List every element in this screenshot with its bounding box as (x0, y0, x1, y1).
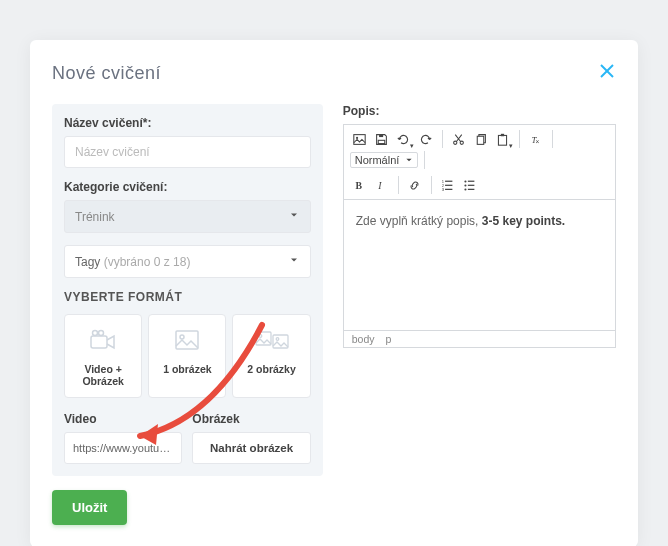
svg-rect-11 (354, 134, 365, 144)
media-row: Video Obrázek Nahrát obrázek (64, 412, 311, 464)
desc-label: Popis: (343, 104, 616, 118)
svg-rect-28 (445, 184, 452, 185)
image-label: Obrázek (192, 412, 310, 426)
rich-text-editor: ▾ ▾ T× Normální B I (343, 124, 616, 348)
save-icon[interactable] (372, 129, 392, 149)
svg-text:3: 3 (442, 187, 445, 192)
link-icon[interactable] (405, 175, 425, 195)
modal-title: Nové cvičení (52, 63, 161, 84)
svg-point-3 (93, 331, 98, 336)
tags-select[interactable]: Tagy (vybráno 0 z 18) (64, 245, 311, 278)
separator (398, 176, 399, 194)
cut-icon[interactable] (449, 129, 469, 149)
svg-point-10 (276, 338, 279, 341)
svg-point-12 (356, 136, 358, 138)
image-icon[interactable] (350, 129, 370, 149)
editor-path: body p (344, 330, 615, 347)
video-camera-icon (69, 327, 137, 353)
image-icon (153, 327, 221, 353)
video-label: Video (64, 412, 182, 426)
undo-icon[interactable]: ▾ (394, 129, 414, 149)
upload-image-button[interactable]: Nahrát obrázek (192, 432, 310, 464)
category-select[interactable]: Trénink (64, 200, 311, 233)
bullet-list-icon[interactable] (460, 175, 480, 195)
format-title: VYBERTE FORMÁT (64, 290, 311, 304)
format-one-image[interactable]: 1 obrázek (148, 314, 226, 398)
numbered-list-icon[interactable]: 123 (438, 175, 458, 195)
svg-point-8 (259, 335, 262, 338)
copy-icon[interactable] (471, 129, 491, 149)
name-label: Název cvičení*: (64, 116, 311, 130)
svg-rect-29 (445, 188, 452, 189)
svg-text:×: × (536, 137, 540, 144)
image-col: Obrázek Nahrát obrázek (192, 412, 310, 464)
remove-format-icon[interactable]: T× (526, 129, 546, 149)
svg-rect-35 (468, 188, 475, 189)
format-two-images[interactable]: 2 obrázky (232, 314, 310, 398)
editor-content[interactable]: Zde vyplň krátký popis, 3-5 key points. (344, 200, 615, 330)
svg-rect-34 (468, 184, 475, 185)
svg-rect-17 (477, 136, 484, 144)
svg-rect-19 (501, 133, 504, 135)
svg-point-32 (465, 188, 467, 190)
chevron-down-icon (405, 154, 413, 166)
svg-rect-18 (499, 135, 507, 145)
svg-point-6 (180, 335, 184, 339)
format-video-image[interactable]: Video + Obrázek (64, 314, 142, 398)
chevron-down-icon (288, 254, 300, 269)
italic-icon[interactable]: I (372, 175, 392, 195)
format-label: 1 obrázek (153, 363, 221, 375)
separator (519, 130, 520, 148)
svg-rect-27 (445, 180, 452, 181)
save-button[interactable]: Uložit (52, 490, 127, 525)
path-body[interactable]: body (352, 333, 375, 345)
paragraph-style-select[interactable]: Normální (350, 152, 419, 168)
images-icon (237, 327, 305, 353)
modal-body: Název cvičení*: Kategorie cvičení: Tréni… (52, 104, 616, 476)
svg-point-31 (465, 184, 467, 186)
close-icon[interactable] (598, 62, 616, 84)
svg-point-16 (460, 141, 463, 144)
left-column: Název cvičení*: Kategorie cvičení: Tréni… (52, 104, 323, 476)
svg-point-15 (454, 141, 457, 144)
category-label: Kategorie cvičení: (64, 180, 311, 194)
tags-text: Tagy (vybráno 0 z 18) (75, 255, 190, 269)
path-p[interactable]: p (385, 333, 391, 345)
format-label: 2 obrázky (237, 363, 305, 375)
svg-point-4 (99, 331, 104, 336)
chevron-down-icon (288, 209, 300, 224)
svg-rect-14 (379, 134, 383, 136)
modal-header: Nové cvičení (52, 62, 616, 84)
right-column: Popis: ▾ ▾ T× Normální (343, 104, 616, 476)
format-label: Video + Obrázek (69, 363, 137, 387)
redo-icon[interactable] (416, 129, 436, 149)
svg-rect-5 (176, 331, 198, 349)
name-input[interactable] (64, 136, 311, 168)
svg-text:I: I (377, 179, 382, 190)
svg-rect-13 (378, 140, 385, 143)
separator (552, 130, 553, 148)
category-value: Trénink (75, 210, 115, 224)
video-url-input[interactable] (64, 432, 182, 464)
paste-icon[interactable]: ▾ (493, 129, 513, 149)
modal: Nové cvičení Název cvičení*: Kategorie c… (30, 40, 638, 546)
format-row: Video + Obrázek 1 obrázek 2 obrázky (64, 314, 311, 398)
svg-rect-33 (468, 180, 475, 181)
editor-toolbar: ▾ ▾ T× Normální B I (344, 125, 615, 200)
svg-rect-2 (91, 336, 107, 348)
video-col: Video (64, 412, 182, 464)
separator (424, 151, 425, 169)
svg-point-30 (465, 180, 467, 182)
bold-icon[interactable]: B (350, 175, 370, 195)
separator (442, 130, 443, 148)
separator (431, 176, 432, 194)
svg-text:B: B (356, 179, 363, 190)
